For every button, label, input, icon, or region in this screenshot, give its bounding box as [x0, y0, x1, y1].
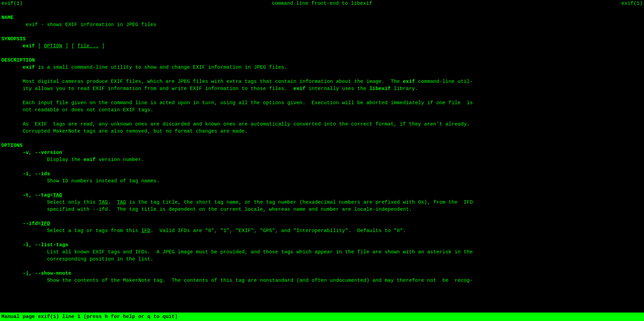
option-v-desc: Display the exif version number.: [1, 156, 643, 163]
status-bar: Manual page exif(1) line 1 (press h for …: [0, 313, 644, 321]
desc-line-4: Each input file given on the command lin…: [1, 99, 643, 107]
blank-line-10: [1, 213, 643, 220]
option-i-text: -i, --ids: [23, 171, 50, 177]
desc-exif-bold-3: exif: [293, 86, 305, 92]
section-description: DESCRIPTION: [1, 57, 643, 64]
blank-line-2: [1, 28, 643, 36]
blank-line-9: [1, 185, 643, 192]
blank-line-12: [1, 263, 643, 270]
option-l: -l, --list-tags: [1, 242, 643, 249]
option-i: -i, --ids: [1, 170, 643, 178]
header-left: exif(1): [1, 0, 23, 7]
option-t: -t, --tag=TAG: [1, 192, 643, 199]
option-t-desc1: Select only this TAG. TAG is the tag tit…: [1, 199, 643, 206]
option-ifd-desc: Select a tag or tags from this IFD. Vali…: [1, 227, 643, 234]
blank-line-7: [1, 135, 643, 142]
blank-line-4: [1, 71, 643, 78]
desc-line-6: As EXIF tags are read, any unknown ones …: [1, 121, 643, 128]
option-l-desc2: corresponding position in the list.: [1, 256, 643, 263]
synopsis-content: exif [ OPTION ] [ file... ]: [1, 43, 643, 50]
option-show-mnote: -|, --show-mnote: [1, 270, 643, 277]
option-ifd-text: --ifd=IFD: [23, 221, 50, 227]
man-header: exif(1) command line front-end to libexi…: [1, 0, 643, 7]
option-t-desc2: specified with --ifd. The tag title is d…: [1, 206, 643, 213]
option-l-text: -l, --list-tags: [23, 242, 68, 248]
option-t-tag-ref2: TAG: [117, 200, 126, 205]
option-ifd-ifd: IFD: [41, 221, 50, 227]
option-show-mnote-text: -|, --show-mnote: [23, 271, 71, 276]
blank-line-6: [1, 114, 643, 121]
desc-libexif-bold: libexif: [369, 86, 391, 92]
header-right: exif(1): [621, 0, 643, 7]
option-show-mnote-desc: Show the contents of the MakerNote tag. …: [1, 277, 643, 284]
desc-exif-bold-1: exif: [23, 65, 35, 70]
option-i-desc: Show ID numbers instead of tag names.: [1, 178, 643, 185]
section-name: NAME: [1, 14, 643, 21]
option-v-text: -v, --version: [23, 150, 62, 156]
section-synopsis: SYNOPSIS: [1, 36, 643, 43]
desc-line-5: not readable or does not contain EXIF ta…: [1, 107, 643, 114]
section-options: OPTIONS: [1, 142, 643, 149]
desc-line-1: exif is a small command-line utility to …: [1, 64, 643, 71]
desc-line-2: Most digital cameras produce EXIF files,…: [1, 78, 643, 85]
option-t-tag-ref1: TAG: [99, 200, 108, 205]
blank-line-3: [1, 50, 643, 57]
option-t-tag: TAG: [53, 192, 62, 198]
synopsis-exif: exif: [23, 43, 35, 49]
blank-line-1: [1, 7, 643, 14]
option-ifd: --ifd=IFD: [1, 220, 643, 227]
option-l-desc1: List all known EXIF tags and IFDs. A JPE…: [1, 249, 643, 256]
header-center: command line front-end to libexif: [272, 0, 372, 7]
option-v: -v, --version: [1, 149, 643, 156]
blank-line-8: [1, 163, 643, 170]
desc-line-3: ity allows you to read EXIF information …: [1, 85, 643, 92]
option-v-exif: exif: [83, 157, 96, 163]
main-content: exif(1) command line front-end to libexi…: [0, 0, 644, 313]
option-t-text: -t, --tag=TAG: [23, 192, 62, 198]
desc-exif-bold-2: exif: [403, 79, 415, 85]
name-content: exif - shows EXIF information in JPEG fi…: [1, 21, 643, 28]
terminal: exif(1) command line front-end to libexi…: [0, 0, 644, 321]
option-ifd-ifd-ref: IFD: [141, 228, 150, 234]
desc-line-7: Corrupted MakerNote tags are also remove…: [1, 128, 643, 135]
synopsis-option: OPTION: [44, 43, 62, 49]
synopsis-file: file...: [77, 43, 99, 49]
blank-line-11: [1, 234, 643, 242]
blank-line-5: [1, 92, 643, 99]
